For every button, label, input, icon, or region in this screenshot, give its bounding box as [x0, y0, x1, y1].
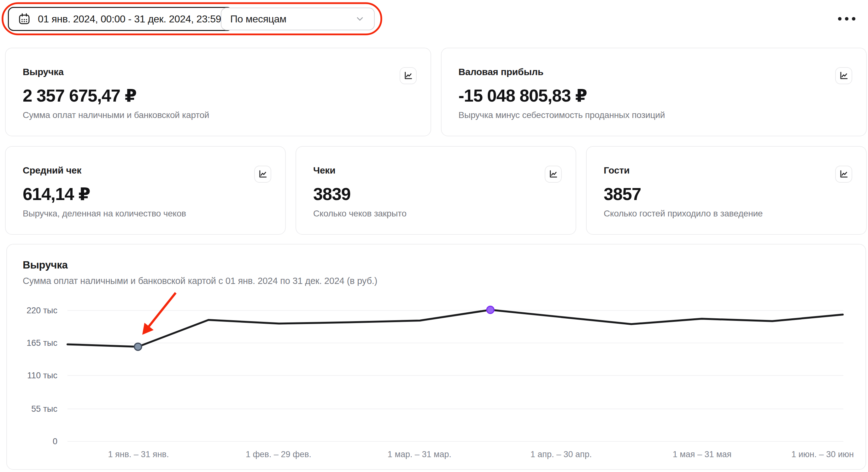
- granularity-label: По месяцам: [230, 13, 286, 25]
- x-axis-label: 1 фев. – 29 фев.: [222, 449, 335, 460]
- card-value: 3857: [604, 184, 851, 204]
- date-range-label: 01 янв. 2024, 00:00 - 31 дек. 2024, 23:5…: [38, 13, 221, 25]
- y-axis-label: 0: [7, 436, 57, 446]
- card-value: -15 048 805,83 ₽: [459, 86, 851, 106]
- card-value: 614,14 ₽: [23, 184, 270, 204]
- gridline: [67, 441, 843, 442]
- card-gross-profit: Валовая прибыль -15 048 805,83 ₽ Выручка…: [441, 48, 867, 136]
- chart-title: Выручка: [23, 259, 866, 271]
- gridline: [67, 343, 843, 343]
- card-title: Средний чек: [23, 165, 270, 176]
- card-description: Сумма оплат наличными и банковской карто…: [23, 110, 415, 120]
- open-chart-button[interactable]: [545, 166, 562, 183]
- open-chart-button[interactable]: [835, 67, 852, 84]
- line-chart-icon: [839, 170, 848, 179]
- card-guests: Гости 3857 Сколько гостей приходило в за…: [586, 146, 867, 235]
- card-title: Гости: [604, 165, 851, 176]
- gridline: [67, 375, 843, 376]
- revenue-chart-card: Выручка Сумма оплат наличными и банковск…: [6, 244, 866, 470]
- card-description: Выручка, деленная на количество чеков: [23, 209, 270, 219]
- x-axis-label: 1 янв. – 31 янв.: [82, 449, 195, 460]
- date-range-picker[interactable]: 01 янв. 2024, 00:00 - 31 дек. 2024, 23:5…: [8, 7, 233, 31]
- card-average-check: Средний чек 614,14 ₽ Выручка, деленная н…: [5, 146, 286, 235]
- ellipsis-icon: [838, 17, 841, 21]
- card-description: Сколько гостей приходило в заведение: [604, 209, 851, 219]
- metrics-row-1: Выручка 2 357 675,47 ₽ Сумма оплат налич…: [5, 48, 867, 136]
- x-axis-label: 1 апр. – 30 апр.: [504, 449, 618, 460]
- y-axis-label: 55 тыс: [7, 404, 57, 414]
- open-chart-button[interactable]: [254, 166, 271, 183]
- open-chart-button[interactable]: [400, 67, 417, 84]
- x-axis-label: 1 мая – 31 мая: [645, 449, 759, 460]
- gridline: [67, 310, 843, 311]
- calendar-icon: [18, 13, 30, 25]
- card-value: 2 357 675,47 ₽: [23, 86, 415, 106]
- open-chart-button[interactable]: [835, 166, 852, 183]
- card-receipts: Чеки 3839 Сколько чеков закрыто: [296, 146, 576, 235]
- more-menu-button[interactable]: [832, 9, 861, 28]
- x-axis-label: 1 июн. – 30 июн: [766, 449, 868, 460]
- line-chart-icon: [839, 71, 848, 80]
- y-axis-label: 110 тыс: [7, 371, 57, 381]
- chart-subtitle: Сумма оплат наличными и банковской карто…: [23, 276, 866, 286]
- gridline: [67, 409, 843, 409]
- card-title: Валовая прибыль: [459, 66, 851, 77]
- card-description: Выручка минус себестоимость проданных по…: [459, 110, 851, 120]
- line-chart-icon: [404, 71, 412, 80]
- line-chart-icon: [258, 170, 267, 179]
- y-axis-label: 220 тыс: [7, 305, 57, 316]
- card-title: Чеки: [313, 165, 560, 176]
- x-axis-label: 1 мар. – 31 мар.: [363, 449, 476, 460]
- metrics-row-2: Средний чек 614,14 ₽ Выручка, деленная н…: [5, 146, 867, 235]
- y-axis-label: 165 тыс: [7, 338, 57, 348]
- card-description: Сколько чеков закрыто: [313, 209, 560, 219]
- card-value: 3839: [313, 184, 560, 204]
- topbar: 01 янв. 2024, 00:00 - 31 дек. 2024, 23:5…: [0, 0, 868, 38]
- chevron-down-icon: [354, 13, 365, 24]
- line-chart-icon: [549, 170, 558, 179]
- card-revenue: Выручка 2 357 675,47 ₽ Сумма оплат налич…: [5, 48, 431, 136]
- granularity-select[interactable]: По месяцам: [221, 7, 375, 30]
- card-title: Выручка: [23, 66, 415, 77]
